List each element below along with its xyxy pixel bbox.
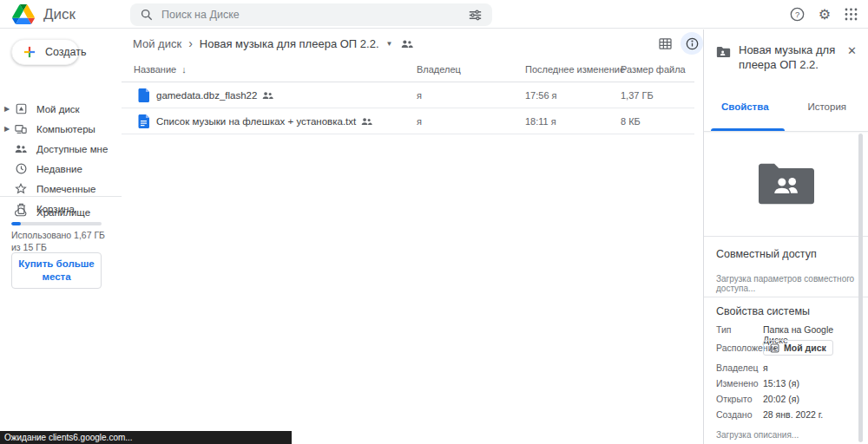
description-loading-text: Загрузка описания...: [716, 430, 799, 440]
sidebar: Создать ▶ Мой диск ▶: [0, 29, 122, 444]
breadcrumb-root[interactable]: Мой диск: [133, 37, 181, 50]
sidebar-item-storage[interactable]: Хранилище: [0, 202, 122, 222]
folder-shared-people-icon[interactable]: [401, 39, 413, 49]
details-info-icon[interactable]: [681, 32, 703, 55]
sidebar-divider: [0, 196, 122, 197]
drive-home-link[interactable]: Диск: [12, 0, 76, 29]
storage-progress-fill: [11, 222, 21, 225]
search-input[interactable]: [161, 9, 469, 21]
breadcrumb-current[interactable]: Новая музыка для плеера ОП 2.2.: [200, 37, 379, 50]
shared-people-icon: [361, 117, 372, 126]
details-panel-header: Новая музыка для плеера ОП 2.2. ✕: [704, 29, 868, 93]
file-name: gamedata.dbz_flash22: [156, 90, 273, 101]
sidebar-item-label: Помеченные: [36, 184, 95, 194]
new-plus-icon: [21, 43, 38, 61]
tab-history[interactable]: История: [786, 93, 868, 131]
sort-desc-arrow-icon: ↓: [181, 64, 187, 75]
storage-usage-text: Использовано 1,67 ГБ из 15 ГБ: [11, 229, 108, 253]
recent-clock-icon: [14, 163, 28, 174]
property-row-modified: Изменено 15:13 (я): [716, 378, 859, 388]
header-owner[interactable]: Владелец: [417, 64, 461, 75]
file-size: 8 КБ: [621, 116, 641, 127]
my-drive-icon: [14, 103, 28, 114]
view-controls: [659, 29, 703, 57]
settings-gear-icon[interactable]: ⚙: [819, 8, 831, 22]
file-generic-blue-icon: [138, 88, 149, 102]
location-chip[interactable]: Мой диск: [763, 340, 833, 356]
sidebar-item-label: Мой диск: [36, 104, 80, 114]
close-icon[interactable]: ✕: [847, 44, 857, 57]
help-icon[interactable]: ?: [790, 7, 805, 22]
details-panel: Новая музыка для плеера ОП 2.2. ✕ Свойст…: [703, 29, 868, 444]
top-bar: Диск ? ⚙: [0, 0, 868, 29]
shared-folder-icon: [716, 46, 731, 58]
details-panel-title: Новая музыка для плеера ОП 2.2.: [739, 42, 839, 72]
storage-label: Хранилище: [36, 207, 90, 218]
sidebar-item-label: Компьютеры: [36, 124, 95, 134]
file-modified: 17:56 я: [525, 90, 557, 101]
property-row-location: Расположение Мой диск: [716, 340, 859, 356]
sidebar-item-recent[interactable]: Недавние: [0, 159, 122, 179]
file-owner: я: [417, 90, 422, 101]
google-apps-grid-icon[interactable]: [845, 8, 858, 21]
file-row[interactable]: Список музыки на флешках + установка.txt…: [122, 108, 694, 134]
panel-scrollbar[interactable]: [858, 134, 863, 442]
storage-progress-bar: [11, 222, 102, 225]
my-drive-icon: [770, 343, 779, 353]
grid-view-icon[interactable]: [659, 38, 672, 49]
top-right-icons: ? ⚙: [790, 0, 858, 29]
property-row-opened: Открыто 20:02 (я): [716, 394, 859, 404]
property-row-created: Создано 28 янв. 2022 г.: [716, 409, 859, 420]
expand-arrow-icon[interactable]: ▶: [0, 105, 14, 113]
shared-with-me-icon: [14, 144, 28, 153]
sidebar-item-computers[interactable]: ▶ Компьютеры: [0, 119, 122, 139]
computers-icon: [14, 123, 28, 134]
header-modified[interactable]: Последнее изменение: [525, 64, 625, 75]
sidebar-item-label: Доступные мне: [36, 144, 108, 154]
file-owner: я: [417, 116, 422, 127]
sidebar-item-shared-with-me[interactable]: Доступные мне: [0, 139, 122, 159]
google-drive-app: Диск ? ⚙: [0, 0, 868, 444]
new-button[interactable]: Создать: [11, 39, 79, 65]
folder-thumbnail: [704, 132, 868, 236]
app-title: Диск: [43, 6, 76, 23]
browser-status-bar: Ожидание clients6.google.com...: [0, 431, 292, 444]
shared-folder-large-icon: [759, 163, 814, 205]
new-button-label: Создать: [45, 46, 87, 58]
file-name: Список музыки на флешках + установка.txt: [156, 116, 372, 127]
expand-arrow-icon[interactable]: ▶: [0, 125, 14, 133]
sidebar-item-my-drive[interactable]: ▶ Мой диск: [0, 99, 122, 119]
sidebar-item-label: Недавние: [36, 164, 82, 174]
file-modified: 18:11 я: [525, 116, 556, 127]
folder-menu-caret-icon[interactable]: ▼: [386, 40, 393, 48]
header-size[interactable]: Размер файла: [621, 64, 686, 75]
file-row[interactable]: gamedata.dbz_flash22 я 17:56 я 1,37 ГБ: [122, 82, 694, 108]
file-size: 1,37 ГБ: [621, 90, 654, 101]
svg-text:?: ?: [795, 10, 799, 19]
details-tabs: Свойства История: [704, 93, 868, 131]
header-name[interactable]: Название↓: [134, 64, 187, 75]
drive-logo-icon: [12, 4, 35, 24]
sharing-heading: Совместный доступ: [716, 248, 817, 260]
property-row-owner: Владелец я: [716, 362, 859, 373]
shared-people-icon: [262, 91, 273, 100]
file-text-blue-icon: [138, 114, 149, 128]
search-icon: [141, 9, 153, 21]
search-options-tune-icon[interactable]: [469, 9, 482, 22]
main-toolbar: Мой диск › Новая музыка для плеера ОП 2.…: [122, 29, 703, 57]
starred-icon: [14, 183, 28, 194]
sharing-loading-text: Загрузка параметров совместного доступа.…: [716, 274, 859, 293]
system-properties-heading: Свойства системы: [716, 305, 810, 317]
buy-storage-button[interactable]: Купить больше места: [11, 252, 102, 289]
cloud-icon: [14, 207, 28, 217]
breadcrumb-chevron-icon: ›: [188, 36, 193, 50]
search-bar[interactable]: [130, 3, 492, 26]
tab-properties[interactable]: Свойства: [704, 93, 786, 131]
file-list-header: Название↓ Владелец Последнее изменение Р…: [122, 58, 694, 82]
file-list: Название↓ Владелец Последнее изменение Р…: [122, 58, 694, 134]
breadcrumb: Мой диск › Новая музыка для плеера ОП 2.…: [133, 29, 413, 57]
